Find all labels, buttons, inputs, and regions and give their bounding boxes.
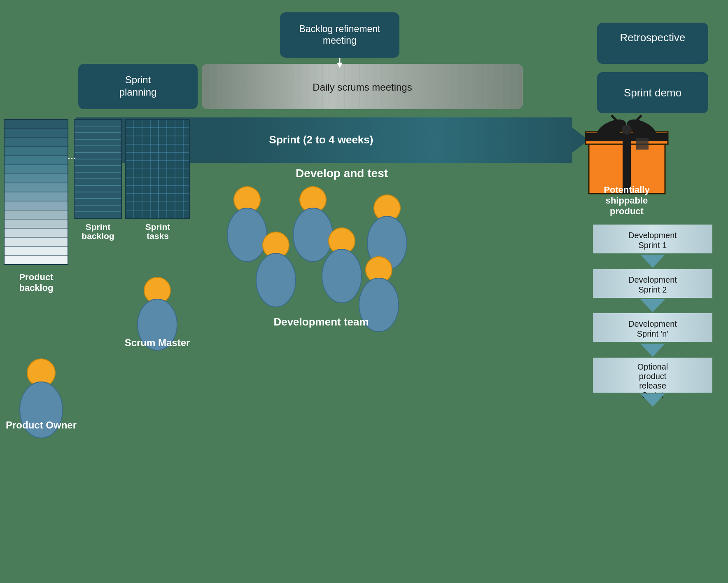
svg-rect-26 bbox=[4, 138, 68, 147]
svg-rect-37 bbox=[4, 237, 68, 246]
svg-rect-28 bbox=[4, 156, 68, 165]
svg-point-138 bbox=[322, 249, 362, 303]
svg-text:Sprint: Sprint bbox=[145, 222, 170, 232]
svg-text:Sprint 2: Sprint 2 bbox=[639, 285, 667, 294]
svg-rect-36 bbox=[4, 228, 68, 237]
svg-rect-24 bbox=[4, 119, 68, 129]
svg-text:Product: Product bbox=[19, 272, 54, 282]
sprint-tasks-visual bbox=[126, 119, 189, 218]
svg-rect-39 bbox=[4, 255, 68, 265]
svg-text:Development: Development bbox=[628, 275, 677, 284]
svg-text:Optional: Optional bbox=[637, 362, 668, 371]
svg-text:Sprint demo: Sprint demo bbox=[624, 87, 681, 99]
svg-point-106 bbox=[622, 125, 632, 135]
svg-rect-29 bbox=[4, 165, 68, 174]
svg-rect-103 bbox=[636, 138, 649, 150]
svg-point-132 bbox=[227, 208, 267, 262]
svg-rect-27 bbox=[4, 147, 68, 156]
svg-text:release: release bbox=[639, 381, 666, 390]
svg-rect-38 bbox=[4, 246, 68, 255]
svg-text:backlog: backlog bbox=[19, 283, 53, 293]
svg-text:product: product bbox=[639, 372, 667, 381]
svg-rect-31 bbox=[4, 183, 68, 192]
svg-text:Development: Development bbox=[628, 319, 677, 328]
svg-rect-33 bbox=[4, 201, 68, 210]
svg-text:Develop and test: Develop and test bbox=[296, 167, 388, 180]
svg-text:Development team: Development team bbox=[273, 316, 369, 328]
svg-text:backlog: backlog bbox=[82, 231, 114, 241]
svg-rect-35 bbox=[4, 219, 68, 228]
retrospective-label: Retrospective bbox=[0, 0, 0, 0]
svg-text:Sprint: Sprint bbox=[86, 222, 111, 232]
svg-text:product: product bbox=[610, 206, 644, 216]
svg-text:Sprint 1: Sprint 1 bbox=[639, 241, 667, 250]
svg-text:meeting: meeting bbox=[323, 35, 357, 46]
sprint-backlog-visual bbox=[74, 119, 121, 218]
svg-text:Development: Development bbox=[628, 231, 677, 240]
svg-rect-30 bbox=[4, 174, 68, 183]
product-backlog-visual bbox=[4, 119, 68, 265]
svg-text:Potentially: Potentially bbox=[604, 185, 650, 195]
svg-text:Backlog refinement: Backlog refinement bbox=[299, 23, 380, 34]
svg-text:Product Owner: Product Owner bbox=[6, 419, 77, 431]
svg-point-136 bbox=[256, 253, 296, 307]
svg-text:Retrospective: Retrospective bbox=[620, 31, 686, 44]
svg-rect-32 bbox=[4, 192, 68, 201]
svg-text:shippable: shippable bbox=[606, 195, 648, 206]
svg-text:Sprint: Sprint bbox=[125, 74, 151, 85]
svg-rect-58 bbox=[74, 119, 121, 218]
svg-text:planning: planning bbox=[119, 87, 157, 98]
svg-rect-34 bbox=[4, 210, 68, 219]
svg-text:Sprint 'n': Sprint 'n' bbox=[637, 329, 669, 338]
svg-point-134 bbox=[293, 208, 333, 262]
svg-text:Daily scrums meetings: Daily scrums meetings bbox=[313, 82, 412, 93]
svg-text:Scrum Master: Scrum Master bbox=[125, 337, 190, 348]
svg-text:tasks: tasks bbox=[147, 231, 169, 241]
svg-rect-25 bbox=[4, 129, 68, 138]
svg-text:Sprint (2 to 4 weeks): Sprint (2 to 4 weeks) bbox=[269, 133, 373, 146]
